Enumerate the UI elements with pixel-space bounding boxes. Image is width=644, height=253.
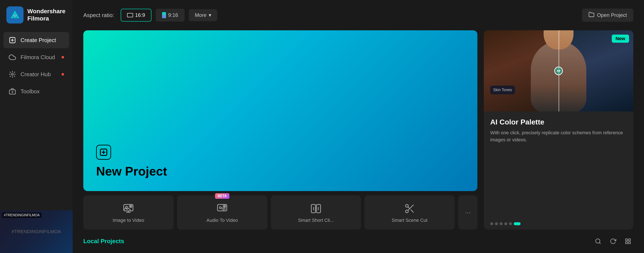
aspect-9-16-label: 9:16 bbox=[168, 12, 178, 18]
open-project-button[interactable]: Open Project bbox=[582, 8, 633, 22]
new-project-title: New Project bbox=[96, 164, 464, 178]
sidebar-thumbnail: #TRENDINGINFILMOA #TRENDINGINFILMOA bbox=[0, 210, 72, 253]
skin-tones-box: Skin Tones bbox=[490, 86, 515, 94]
svg-line-33 bbox=[408, 207, 410, 208]
svg-rect-37 bbox=[626, 239, 628, 241]
smart-short-clip-label: Smart Short Cli... bbox=[298, 218, 334, 223]
feature-image: New bbox=[484, 30, 633, 112]
carousel-dots bbox=[484, 218, 633, 230]
more-actions-button[interactable]: ··· bbox=[458, 195, 478, 230]
action-audio-to-video[interactable]: BETA Audio To Video bbox=[177, 195, 268, 230]
svg-rect-39 bbox=[628, 242, 630, 244]
quick-actions: Image to Video BETA bbox=[83, 195, 478, 230]
feature-title: AI Color Palette bbox=[490, 118, 627, 126]
carousel-dot-2[interactable] bbox=[495, 222, 498, 225]
app-logo: Wondershare Filmora bbox=[0, 0, 72, 30]
feature-content: AI Color Palette With one click, precise… bbox=[484, 112, 633, 218]
sidebar-item-creator-hub[interactable]: Creator Hub bbox=[4, 66, 69, 82]
refresh-projects-button[interactable] bbox=[608, 236, 618, 246]
sidebar-item-create-project[interactable]: Create Project bbox=[4, 32, 69, 48]
smart-scene-cut-label: Smart Scene Cut bbox=[392, 218, 428, 223]
chevron-down-icon: ▾ bbox=[209, 12, 211, 18]
new-project-card[interactable]: New Project bbox=[83, 30, 478, 191]
creator-hub-dot bbox=[62, 73, 64, 76]
compare-circle bbox=[554, 66, 563, 75]
portrait-icon bbox=[162, 12, 166, 18]
filmora-cloud-icon bbox=[8, 54, 16, 61]
audio-to-video-label: Audio To Video bbox=[206, 218, 238, 223]
audio-to-video-icon bbox=[216, 203, 228, 214]
more-label: More bbox=[195, 12, 206, 18]
filmora-cloud-label: Filmora Cloud bbox=[20, 54, 55, 61]
aspect-16-9-label: 16:9 bbox=[135, 12, 145, 18]
carousel-dot-4[interactable] bbox=[504, 222, 507, 225]
new-project-icon bbox=[96, 145, 111, 160]
svg-point-6 bbox=[12, 74, 14, 75]
create-project-label: Create Project bbox=[20, 37, 56, 44]
beta-badge: BETA bbox=[215, 193, 229, 199]
smart-scene-cut-icon bbox=[404, 203, 415, 214]
sidebar-nav: Create Project Filmora Cloud Creator Hub bbox=[0, 30, 72, 210]
more-button[interactable]: More ▾ bbox=[189, 9, 217, 21]
svg-rect-40 bbox=[626, 242, 628, 244]
aspect-9-16-button[interactable]: 9:16 bbox=[156, 9, 184, 22]
feature-description: With one click, precisely replicate colo… bbox=[490, 129, 627, 143]
ellipsis-icon: ··· bbox=[465, 208, 471, 216]
content-row: New Project bbox=[83, 30, 633, 230]
left-panel: New Project bbox=[83, 30, 478, 230]
local-projects-section: Local Projects bbox=[83, 236, 633, 246]
local-projects-label: Local Projects bbox=[83, 238, 124, 245]
open-project-label: Open Project bbox=[597, 12, 627, 18]
aspect-16-9-button[interactable]: 16:9 bbox=[121, 9, 152, 22]
carousel-dot-5[interactable] bbox=[509, 222, 512, 225]
app-name: Wondershare Filmora bbox=[27, 8, 65, 22]
sidebar-item-filmora-cloud[interactable]: Filmora Cloud bbox=[4, 49, 69, 65]
create-project-icon bbox=[8, 36, 16, 44]
filmora-cloud-dot bbox=[62, 56, 64, 58]
action-image-to-video[interactable]: Image to Video bbox=[83, 195, 174, 230]
svg-rect-38 bbox=[628, 239, 630, 241]
svg-rect-2 bbox=[14, 14, 16, 17]
main-content: Aspect ratio: 16:9 9:16 More ▾ Open Proj… bbox=[72, 0, 644, 253]
smart-short-clip-icon bbox=[310, 203, 322, 214]
search-projects-button[interactable] bbox=[593, 236, 604, 246]
carousel-dot-3[interactable] bbox=[500, 222, 502, 225]
sidebar: Wondershare Filmora Create Project Filmo… bbox=[0, 0, 72, 253]
folder-icon bbox=[588, 12, 594, 19]
creator-hub-label: Creator Hub bbox=[20, 71, 51, 78]
toolbox-label: Toolbox bbox=[20, 88, 40, 95]
projects-actions bbox=[593, 236, 633, 246]
logo-icon bbox=[6, 6, 24, 24]
action-smart-short-clip[interactable]: Smart Short Cli... bbox=[271, 195, 361, 230]
landscape-icon bbox=[127, 13, 133, 17]
carousel-dot-1[interactable] bbox=[490, 222, 493, 225]
image-to-video-label: Image to Video bbox=[113, 218, 144, 223]
trending-badge: #TRENDINGINFILMOA bbox=[2, 212, 42, 218]
svg-point-21 bbox=[219, 207, 221, 208]
toolbox-icon bbox=[8, 88, 16, 95]
action-smart-scene-cut[interactable]: Smart Scene Cut bbox=[364, 195, 455, 230]
grid-view-button[interactable] bbox=[623, 236, 633, 246]
creator-hub-icon bbox=[8, 70, 16, 78]
svg-point-14 bbox=[126, 206, 128, 208]
new-badge: New bbox=[612, 34, 629, 43]
carousel-dot-6[interactable] bbox=[514, 222, 520, 225]
image-to-video-icon bbox=[123, 203, 134, 214]
feature-panel: New bbox=[484, 30, 633, 230]
toolbar: Aspect ratio: 16:9 9:16 More ▾ Open Proj… bbox=[83, 8, 633, 22]
svg-line-36 bbox=[599, 242, 600, 244]
aspect-ratio-label: Aspect ratio: bbox=[83, 12, 114, 18]
sidebar-item-toolbox[interactable]: Toolbox bbox=[4, 83, 69, 100]
svg-line-32 bbox=[411, 210, 413, 212]
